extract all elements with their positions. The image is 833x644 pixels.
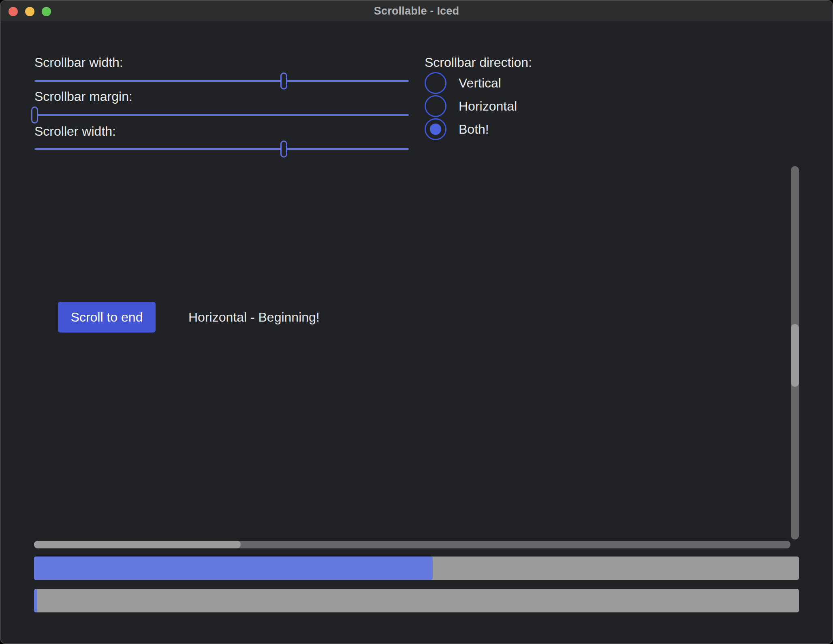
radio-horizontal[interactable]: Horizontal — [425, 95, 517, 117]
scrollbar-width-slider[interactable] — [34, 73, 409, 90]
vertical-scrollbar[interactable] — [791, 166, 799, 540]
close-button[interactable] — [9, 7, 18, 16]
horizontal-scroll-progress-bar — [34, 589, 799, 612]
progress-fill — [34, 589, 37, 612]
radio-circle-icon[interactable] — [425, 95, 446, 117]
slider-handle[interactable] — [280, 73, 287, 90]
horizontal-scrollbar[interactable] — [34, 541, 790, 548]
radio-both[interactable]: Both! — [425, 118, 489, 140]
scrollbar-direction-label: Scrollbar direction: — [425, 54, 532, 71]
slider-rail[interactable] — [34, 80, 409, 82]
window-title: Scrollable - Iced — [374, 5, 459, 17]
radio-both-label: Both! — [459, 121, 489, 138]
horizontal-scroller[interactable] — [34, 541, 241, 548]
slider-rail[interactable] — [34, 148, 409, 150]
slider-handle[interactable] — [31, 107, 38, 124]
app-window: Scrollable - Iced Scrollbar width: Scrol… — [0, 0, 833, 644]
minimize-button[interactable] — [25, 7, 34, 16]
radio-vertical-label: Vertical — [459, 75, 501, 92]
scroller-width-slider[interactable] — [34, 141, 409, 158]
radio-vertical[interactable]: Vertical — [425, 72, 501, 94]
scrollbar-margin-label: Scrollbar margin: — [34, 88, 132, 105]
slider-rail[interactable] — [34, 114, 409, 116]
radio-horizontal-label: Horizontal — [459, 98, 517, 115]
radio-circle-icon[interactable] — [425, 72, 446, 94]
maximize-button[interactable] — [42, 7, 51, 16]
scroll-to-end-button[interactable]: Scroll to end — [58, 302, 156, 333]
scroller-width-label: Scroller width: — [34, 123, 116, 140]
scrollbar-width-label: Scrollbar width: — [34, 54, 123, 71]
progress-fill — [34, 557, 433, 580]
vertical-scroll-progress-bar — [34, 557, 799, 580]
slider-handle[interactable] — [280, 141, 287, 158]
scrollbar-margin-slider[interactable] — [34, 107, 409, 124]
radio-dot-icon — [430, 124, 441, 135]
status-text: Horizontal - Beginning! — [188, 309, 320, 326]
vertical-scroller[interactable] — [791, 324, 799, 387]
radio-circle-icon[interactable] — [425, 118, 446, 140]
titlebar[interactable]: Scrollable - Iced — [1, 1, 832, 22]
traffic-lights — [9, 1, 51, 22]
